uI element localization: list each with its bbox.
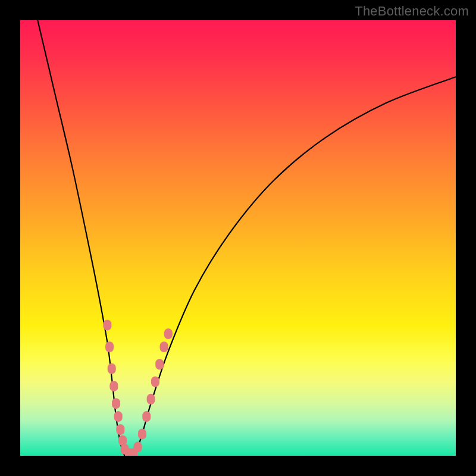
chart-frame: TheBottleneck.com (0, 0, 476, 476)
marker-point (112, 398, 120, 409)
marker-point (105, 342, 114, 352)
marker-point (116, 424, 124, 435)
marker-point (142, 411, 151, 422)
marker-point (103, 320, 111, 330)
marker-point (147, 394, 155, 405)
marker-point (160, 342, 168, 352)
marker-point (164, 328, 173, 339)
curve-svg (20, 20, 456, 456)
bottleneck-curve (37, 20, 456, 456)
marker-point (114, 411, 123, 422)
watermark-text: TheBottleneck.com (355, 4, 469, 19)
marker-cluster (103, 320, 172, 456)
marker-point (151, 377, 159, 387)
plot-area (20, 20, 456, 456)
marker-point (155, 359, 164, 369)
marker-point (134, 441, 142, 452)
marker-point (109, 381, 118, 392)
marker-point (108, 364, 116, 374)
marker-point (138, 428, 146, 439)
